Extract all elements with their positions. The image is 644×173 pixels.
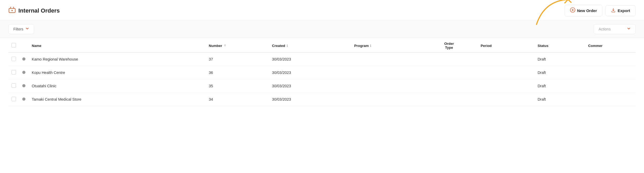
plus-circle-icon xyxy=(570,7,575,14)
sort-icon xyxy=(223,44,227,48)
actions-label: Actions xyxy=(599,27,611,31)
th-period: Period xyxy=(477,38,534,52)
page-title: Internal Orders xyxy=(18,7,60,14)
row-order-type xyxy=(421,66,477,79)
row-comment xyxy=(585,66,636,79)
page-header: Internal Orders New Order Export xyxy=(0,0,644,20)
orders-table: Name Number Created ℹ xyxy=(8,38,636,106)
program-info-icon: ℹ xyxy=(370,44,371,48)
created-info-icon: ℹ xyxy=(287,44,288,48)
row-checkbox[interactable] xyxy=(12,70,16,74)
row-checkbox[interactable] xyxy=(12,83,16,88)
row-status: Draft xyxy=(534,52,585,66)
select-all-checkbox[interactable] xyxy=(12,43,16,47)
th-created: Created ℹ xyxy=(269,38,351,52)
header-actions: New Order Export xyxy=(565,5,636,17)
row-status-dot xyxy=(22,98,25,101)
row-order-type xyxy=(421,52,477,66)
row-dot-cell xyxy=(19,52,29,66)
th-order-type-label: OrderType xyxy=(444,42,454,50)
row-program xyxy=(351,93,421,106)
th-dot xyxy=(19,38,29,52)
row-name: Otuatahi Clinic xyxy=(29,79,206,93)
row-created: 30/03/2023 xyxy=(269,93,351,106)
th-program: Program ℹ xyxy=(351,38,421,52)
row-status-dot xyxy=(22,84,25,87)
actions-chevron-icon xyxy=(627,27,631,31)
table-row[interactable]: Otuatahi Clinic 35 30/03/2023 Draft xyxy=(8,79,636,93)
row-order-type xyxy=(421,79,477,93)
row-number: 37 xyxy=(206,52,269,66)
row-name: Tamaki Central Medical Store xyxy=(29,93,206,106)
row-checkbox-cell[interactable] xyxy=(8,79,19,93)
internal-orders-icon xyxy=(8,7,16,15)
row-period xyxy=(477,93,534,106)
row-number: 36 xyxy=(206,66,269,79)
th-status-label: Status xyxy=(538,44,548,48)
th-number[interactable]: Number xyxy=(206,38,269,52)
filters-label: Filters xyxy=(13,27,23,31)
row-status-dot xyxy=(22,57,25,61)
export-button[interactable]: Export xyxy=(605,5,636,16)
table-row[interactable]: Kopu Health Centre 36 30/03/2023 Draft xyxy=(8,66,636,79)
row-created: 30/03/2023 xyxy=(269,66,351,79)
export-label: Export xyxy=(618,8,630,13)
row-program xyxy=(351,52,421,66)
row-comment xyxy=(585,79,636,93)
row-order-type xyxy=(421,93,477,106)
row-dot-cell xyxy=(19,93,29,106)
row-comment xyxy=(585,93,636,106)
row-checkbox-cell[interactable] xyxy=(8,93,19,106)
orders-table-wrapper: Name Number Created ℹ xyxy=(0,38,644,106)
row-created: 30/03/2023 xyxy=(269,79,351,93)
row-status: Draft xyxy=(534,79,585,93)
th-comment-label: Commer xyxy=(588,44,603,48)
row-name: Kopu Health Centre xyxy=(29,66,206,79)
row-status-dot xyxy=(22,71,25,74)
actions-button[interactable]: Actions xyxy=(594,24,636,34)
new-order-button[interactable]: New Order xyxy=(565,5,603,17)
th-status: Status xyxy=(534,38,585,52)
table-row[interactable]: Tamaki Central Medical Store 34 30/03/20… xyxy=(8,93,636,106)
th-name: Name xyxy=(29,38,206,52)
th-order-type: OrderType xyxy=(421,38,477,52)
th-program-label: Program xyxy=(354,44,369,48)
toolbar-right: Actions xyxy=(594,24,636,34)
th-number-label: Number xyxy=(209,44,222,48)
row-checkbox[interactable] xyxy=(12,97,16,101)
row-name: Kamo Regional Warehouse xyxy=(29,52,206,66)
row-created: 30/03/2023 xyxy=(269,52,351,66)
row-program xyxy=(351,79,421,93)
row-number: 35 xyxy=(206,79,269,93)
row-checkbox-cell[interactable] xyxy=(8,66,19,79)
table-row[interactable]: Kamo Regional Warehouse 37 30/03/2023 Dr… xyxy=(8,52,636,66)
row-checkbox-cell[interactable] xyxy=(8,52,19,66)
row-program xyxy=(351,66,421,79)
toolbar: Filters Actions xyxy=(0,20,644,38)
filters-button[interactable]: Filters xyxy=(8,24,34,34)
row-period xyxy=(477,79,534,93)
row-period xyxy=(477,52,534,66)
row-period xyxy=(477,66,534,79)
th-period-label: Period xyxy=(481,44,492,48)
row-dot-cell xyxy=(19,79,29,93)
filters-chevron-icon xyxy=(25,27,29,31)
row-status: Draft xyxy=(534,93,585,106)
new-order-label: New Order xyxy=(577,8,597,13)
header-left: Internal Orders xyxy=(8,7,60,15)
toolbar-left: Filters xyxy=(8,24,34,34)
row-comment xyxy=(585,52,636,66)
th-select-all[interactable] xyxy=(8,38,19,52)
th-created-label: Created xyxy=(272,44,285,48)
table-header-row: Name Number Created ℹ xyxy=(8,38,636,52)
th-comment: Commer xyxy=(585,38,636,52)
row-checkbox[interactable] xyxy=(12,57,16,61)
row-number: 34 xyxy=(206,93,269,106)
th-name-label: Name xyxy=(32,44,41,48)
row-dot-cell xyxy=(19,66,29,79)
row-status: Draft xyxy=(534,66,585,79)
export-icon xyxy=(611,8,616,14)
